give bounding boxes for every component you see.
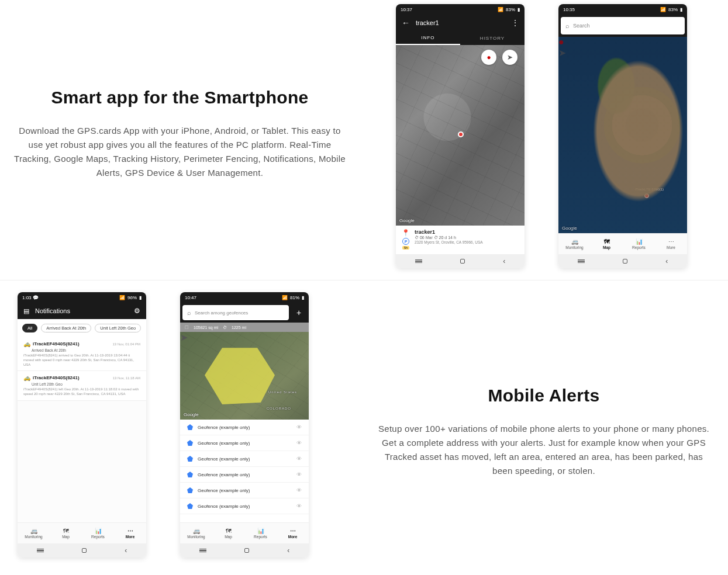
area-icon: ⬚ <box>185 325 189 330</box>
back-icon[interactable]: ← <box>402 18 410 27</box>
tracker-address: 2320 Myers St, Oroville, CA 95966, USA <box>415 240 519 244</box>
wifi-icon: 📶 <box>282 295 288 300</box>
recents-button[interactable] <box>199 549 206 552</box>
eye-icon[interactable]: 👁 <box>296 456 302 462</box>
battery-icon: ▮ <box>302 295 304 300</box>
phone4-shell: 10:47 📶 81% ▮ ⌕ Search among geofences + <box>180 292 309 557</box>
section1-phones: 10:37 📶 83% ▮ ← tracker1 ⋮ INFO HISTORY … <box>360 0 728 280</box>
geofence-search-input[interactable]: ⌕ Search among geofences <box>182 305 289 320</box>
back-button[interactable]: ‹ <box>125 546 127 555</box>
geofence-polygon[interactable] <box>205 345 275 406</box>
battery-label: 83% <box>506 7 515 12</box>
geofence-info-bar: ⬚ 105821 sq mi ⏱ 1225 mi <box>180 323 309 332</box>
search-input[interactable]: ⌕ Search <box>561 17 685 34</box>
phone1-statusbar: 10:37 📶 83% ▮ <box>396 4 525 15</box>
back-button[interactable]: ‹ <box>665 257 668 265</box>
polygon-icon <box>187 472 193 477</box>
phone4-sysnav: ‹ <box>180 543 309 557</box>
tab-history[interactable]: HISTORY <box>460 31 525 45</box>
chip-left[interactable]: Unit Left 20th Geo <box>95 324 141 332</box>
notification-item[interactable]: 🚕 iTrackEF4940S(8241) 13 Nov, 01:04 PM A… <box>18 337 146 371</box>
center-button[interactable]: ● <box>558 37 687 47</box>
eye-icon[interactable]: 👁 <box>296 424 302 430</box>
status-time: 1:03 <box>22 295 32 300</box>
geofence-row[interactable]: Geofence (example only)👁 <box>180 498 309 514</box>
state-label-us: United States <box>268 390 297 394</box>
eye-icon[interactable]: 👁 <box>296 472 302 477</box>
locate-button[interactable]: ➤ <box>502 50 517 65</box>
section2-paragraph: Setup over 100+ variations of mobile pho… <box>377 422 710 478</box>
chip-arrived[interactable]: Arrived Back At 20th <box>41 324 91 332</box>
status-time: 10:37 <box>401 7 412 12</box>
home-button[interactable] <box>244 548 249 553</box>
battery-label: 81% <box>290 295 299 300</box>
notification-item[interactable]: 🚕 iTrackEF4940S(8241) 13 Nov, 11:18 AM U… <box>18 371 146 401</box>
nav-reports[interactable]: 📊Reports <box>623 234 655 254</box>
map-icon: 🗺 <box>226 528 232 534</box>
nav-monitoring[interactable]: 🚐Monitoring <box>18 523 50 543</box>
info-length: 1225 mi <box>232 325 246 330</box>
phone2-map[interactable]: ● ➤ iTrackLTE 8390(1) Google <box>558 37 687 233</box>
section2-heading: Mobile Alerts <box>377 386 710 406</box>
geofence-row[interactable]: Geofence (example only)👁 <box>180 467 309 483</box>
tracker-marker-label: iTrackLTE 8390(1) <box>635 188 664 191</box>
tracker-info-card[interactable]: 📍 P 5h tracker1 ⏱ 06 Mar ⏱ 20 d 14 h 232… <box>396 226 525 254</box>
tab-info[interactable]: INFO <box>396 31 460 45</box>
add-geofence-button[interactable]: + <box>291 305 306 320</box>
geofence-row[interactable]: Geofence (example only)👁 <box>180 435 309 451</box>
more-icon: ⋯ <box>668 238 674 245</box>
phone1-sysnav: ‹ <box>396 254 525 268</box>
phone2-shell: 10:35 📶 83% ▮ ⌕ Search ● ➤ iTrackLTE 839… <box>558 4 687 268</box>
recents-button[interactable] <box>415 259 422 263</box>
phone1-shell: 10:37 📶 83% ▮ ← tracker1 ⋮ INFO HISTORY … <box>396 4 525 268</box>
phone4-bottom-nav: 🚐Monitoring 🗺Map 📊Reports ⋯More <box>180 522 309 543</box>
polygon-icon <box>187 440 193 446</box>
locate-button[interactable]: ➤ <box>558 47 687 58</box>
parking-icon: P <box>402 238 409 245</box>
status-time: 10:35 <box>563 7 575 12</box>
nav-map[interactable]: 🗺Map <box>50 523 82 543</box>
home-button[interactable] <box>82 548 87 553</box>
kebab-menu-icon[interactable]: ⋮ <box>512 19 519 27</box>
nav-monitoring[interactable]: 🚐Monitoring <box>180 523 212 543</box>
back-button[interactable]: ‹ <box>287 546 289 555</box>
nav-more[interactable]: ⋯More <box>277 523 309 543</box>
nav-map[interactable]: 🗺Map <box>212 523 244 543</box>
geofence-list: Geofence (example only)👁 Geofence (examp… <box>180 420 309 522</box>
nav-reports[interactable]: 📊Reports <box>82 523 114 543</box>
info-area: 105821 sq mi <box>194 325 218 330</box>
length-icon: ⏱ <box>223 325 227 330</box>
chip-all[interactable]: All <box>22 324 37 332</box>
recents-button[interactable] <box>578 259 585 263</box>
tracker-marker <box>644 193 649 198</box>
phone4-statusbar: 10:47 📶 81% ▮ <box>180 292 309 303</box>
map-icon: 🗺 <box>63 528 69 534</box>
recents-button[interactable] <box>37 549 44 552</box>
reports-icon: 📊 <box>95 528 102 534</box>
geofence-row[interactable]: Geofence (example only)👁 <box>180 483 309 498</box>
map-attribution: Google <box>562 226 577 231</box>
drop-icon: 📍 <box>402 229 410 237</box>
home-button[interactable] <box>460 259 465 264</box>
settings-icon[interactable]: ⚙ <box>134 307 140 315</box>
duration-badge: 5h <box>402 246 410 250</box>
nav-map[interactable]: 🗺Map <box>591 234 623 254</box>
back-button[interactable]: ‹ <box>503 257 505 265</box>
polygon-icon <box>187 503 193 509</box>
geofence-row[interactable]: Geofence (example only)👁 <box>180 420 309 435</box>
polygon-icon <box>187 487 193 493</box>
nav-monitoring[interactable]: 🚐Monitoring <box>558 234 591 254</box>
eye-icon[interactable]: 👁 <box>296 440 302 446</box>
eye-icon[interactable]: 👁 <box>296 487 302 493</box>
center-button[interactable]: ● <box>481 50 496 65</box>
locate-button[interactable]: ➤ <box>180 332 309 343</box>
geofence-map[interactable]: ➤ COLORADO United States Google <box>180 332 309 420</box>
eye-icon[interactable]: 👁 <box>296 503 302 509</box>
phone1-map[interactable]: ● ➤ Google <box>396 45 525 226</box>
geofence-row[interactable]: Geofence (example only)👁 <box>180 451 309 467</box>
home-button[interactable] <box>623 259 627 264</box>
nav-more[interactable]: ⋯More <box>655 234 687 254</box>
map-attribution: Google <box>184 412 199 417</box>
nav-reports[interactable]: 📊Reports <box>244 523 277 543</box>
nav-more[interactable]: ⋯More <box>114 523 146 543</box>
